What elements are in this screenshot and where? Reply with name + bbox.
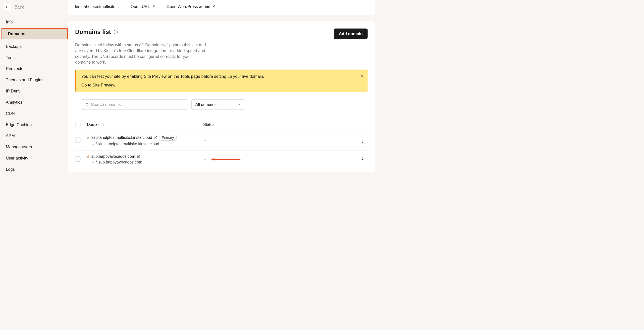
open-wp-label: Open WordPress admin [166,5,210,9]
search-field[interactable] [91,102,184,107]
sidebar-item-logs[interactable]: Logs [0,164,68,175]
status-check-icon [203,139,207,142]
back-button[interactable] [4,4,11,11]
sidebar-item-themes-plugins[interactable]: Themes and Plugins [0,75,68,85]
status-check-icon [203,157,207,161]
banner-link[interactable]: Go to Site Preview [81,83,116,87]
arrow-left-icon [6,5,9,9]
sidebar-item-label: Domains [8,31,26,36]
sidebar-item-manage-users[interactable]: Manage users [0,142,68,152]
sidebar-item-label: CDN [6,111,15,116]
svg-line-8 [155,136,157,138]
sidebar-item-edge-caching[interactable]: Edge Caching [0,120,68,130]
help-icon[interactable]: ? [114,30,118,34]
domain-name[interactable]: kinstahelptestmultisite.kinsta.cloud [91,135,152,140]
lock-open-icon [87,155,90,158]
column-header-status[interactable]: Status [203,122,350,127]
table-row: sub.happyavocados.com *.sub.happyavocado… [75,150,368,168]
primary-badge: Primary [159,135,177,140]
open-url-label: Open URL [131,5,150,9]
back-label[interactable]: Back [15,5,24,10]
sidebar-item-cdn[interactable]: CDN [0,108,68,118]
site-header-card: kinstahelptestmultisite... Open URL Open… [68,0,375,15]
select-value: All domains [195,102,216,107]
open-url-link[interactable]: Open URL [131,5,155,9]
sidebar-item-label: Redirects [6,67,24,71]
domain-name[interactable]: sub.happyavocados.com [91,154,135,159]
row-actions-menu[interactable]: ⋮ [360,138,365,143]
sidebar-item-label: User activity [6,156,28,160]
open-wp-admin-link[interactable]: Open WordPress admin [166,5,215,9]
sidebar-nav: Info Domains Backups Tools Redirects The… [0,17,68,176]
col-domain-label: Domain [87,122,100,127]
sidebar-item-backups[interactable]: Backups [0,41,68,51]
search-domains-input[interactable] [82,99,188,110]
domains-table: Domain ↑ Status kinstahelptestmultisite.… [68,119,375,168]
sidebar-item-label: Manage users [6,145,32,149]
sidebar-item-analytics[interactable]: Analytics [0,97,68,107]
lock-open-icon [91,161,94,164]
row-checkbox[interactable] [75,137,80,143]
lock-open-icon [87,136,90,139]
wildcard-domain: *.kinstahelptestmultisite.kinsta.cloud [96,142,159,146]
search-icon [85,103,88,106]
sidebar-item-domains[interactable]: Domains [2,28,68,39]
sidebar-item-label: Analytics [6,100,22,104]
svg-point-5 [86,103,88,105]
sidebar-item-label: Info [6,20,13,24]
sidebar-item-label: Tools [6,55,16,60]
site-name: kinstahelptestmultisite... [75,5,119,9]
sidebar-item-label: IP Deny [6,89,20,93]
external-link-icon [212,5,215,9]
banner-close-button[interactable] [360,74,364,78]
page-title: Domains list [75,28,111,35]
page-description: Domains listed below with a status of "D… [68,42,215,65]
external-link-icon[interactable] [137,155,140,158]
svg-marker-14 [211,158,214,161]
svg-rect-12 [92,162,94,163]
sidebar-item-label: Logs [6,167,15,172]
sidebar-item-redirects[interactable]: Redirects [0,64,68,74]
sidebar-item-apm[interactable]: APM [0,131,68,141]
sidebar-item-label: APM [6,134,15,138]
domains-card: Domains list ? Add domain Domains listed… [68,21,375,172]
svg-line-6 [88,105,88,106]
info-banner: You can test your site by enabling Site … [75,70,368,92]
svg-line-1 [153,6,154,7]
select-all-checkbox[interactable] [75,122,80,127]
table-header: Domain ↑ Status [75,119,368,131]
sidebar-item-ip-deny[interactable]: IP Deny [0,86,68,96]
column-header-domain[interactable]: Domain ↑ [87,122,203,127]
main-content: kinstahelptestmultisite... Open URL Open… [68,0,380,176]
close-icon [360,74,364,77]
svg-line-2 [213,6,214,7]
lock-open-icon [91,142,94,145]
sidebar-item-label: Themes and Plugins [6,78,44,82]
svg-rect-10 [87,156,89,157]
sidebar-item-label: Edge Caching [6,122,32,127]
external-link-icon[interactable] [154,136,157,139]
external-link-icon [152,5,155,9]
add-domain-button[interactable]: Add domain [334,28,368,39]
add-domain-label: Add domain [339,31,362,36]
banner-message: You can test your site by enabling Site … [81,74,362,79]
svg-rect-9 [92,144,94,145]
sidebar: Back Info Domains Backups Tools Redirect… [0,0,68,176]
sidebar-item-tools[interactable]: Tools [0,53,68,63]
sidebar-item-info[interactable]: Info [0,17,68,27]
svg-line-11 [138,155,140,157]
sidebar-item-label: Backups [6,44,22,49]
col-status-label: Status [203,122,214,127]
svg-rect-7 [87,137,89,138]
annotation-arrow-icon [211,157,240,161]
row-checkbox[interactable] [75,156,80,161]
row-actions-menu[interactable]: ⋮ [360,157,365,162]
sidebar-item-user-activity[interactable]: User activity [0,153,68,163]
sort-arrow-up-icon: ↑ [103,122,105,127]
chevron-down-icon [238,103,241,106]
table-row: kinstahelptestmultisite.kinsta.cloud Pri… [75,131,368,150]
wildcard-domain: *.sub.happyavocados.com [96,160,142,164]
domain-filter-select[interactable]: All domains [191,99,244,110]
